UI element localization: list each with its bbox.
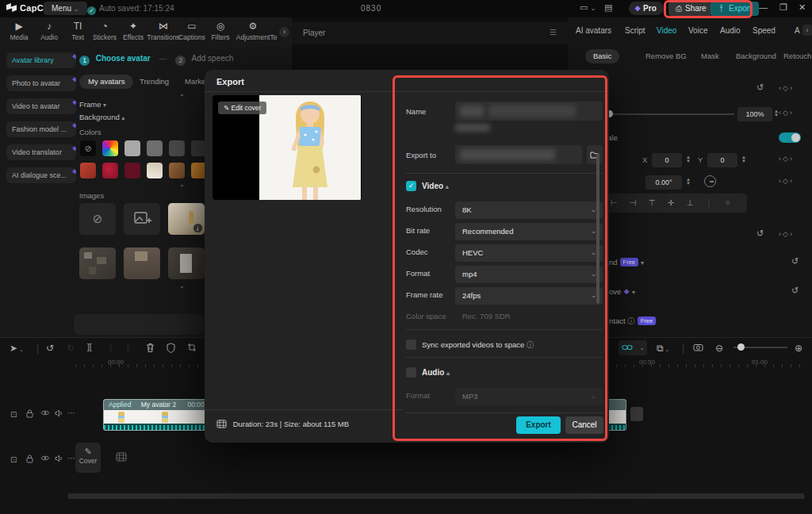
- step2-label[interactable]: Add speech: [192, 54, 234, 63]
- reset-icon[interactable]: ↺: [756, 228, 764, 239]
- image-none-tile[interactable]: ⊘: [79, 203, 116, 235]
- zoom-in-icon[interactable]: ⊕: [795, 343, 802, 354]
- name-input[interactable]: [455, 102, 603, 121]
- export-confirm-button[interactable]: Export: [516, 416, 561, 434]
- resolution-select[interactable]: 8K⌄: [455, 201, 603, 219]
- sidebar-item-video-to-avatar[interactable]: Video to avatar❖: [6, 98, 76, 114]
- chevron-down-icon[interactable]: ⌄: [179, 181, 185, 188]
- chevron-down-icon[interactable]: ⌄: [179, 90, 185, 98]
- x-value-field[interactable]: 0: [652, 153, 682, 167]
- sidebar-item-ai-dialogue[interactable]: AI dialogue sce...❖: [6, 167, 76, 183]
- pro-button[interactable]: ❖Pro: [629, 2, 664, 15]
- image-tile-poster-room[interactable]: [124, 247, 160, 279]
- delete-icon[interactable]: [146, 343, 155, 353]
- rotate-value-field[interactable]: 0.00°: [645, 175, 682, 190]
- bitrate-select[interactable]: Recommended⌄: [455, 223, 603, 240]
- tab-speed[interactable]: Speed: [753, 26, 776, 35]
- tab-video[interactable]: Video: [657, 26, 676, 35]
- timeline-zoom-handle[interactable]: [737, 343, 745, 351]
- tab-trending[interactable]: Trending: [131, 75, 178, 89]
- panel-layout-icon[interactable]: ▤: [604, 2, 612, 13]
- sidebar-item-video-translator[interactable]: Video translator❖: [6, 144, 76, 160]
- tab-captions[interactable]: ▭Captions: [176, 21, 208, 41]
- dialog-scrollbar[interactable]: [596, 153, 599, 304]
- undo-icon[interactable]: ↺: [46, 343, 54, 354]
- split-icon[interactable]: ][: [87, 343, 92, 351]
- tab-audio[interactable]: ♪Audio: [33, 21, 65, 41]
- lock-icon[interactable]: [26, 409, 33, 418]
- keyframe-control[interactable]: ‹◇›: [779, 230, 794, 238]
- player-menu-icon[interactable]: ☰: [550, 28, 557, 36]
- more-icon[interactable]: ⋯: [67, 454, 75, 462]
- reset-icon[interactable]: ↺: [791, 256, 799, 267]
- align-center-icon[interactable]: ✛: [661, 194, 680, 213]
- scale-toggle[interactable]: [779, 132, 801, 143]
- preview-split-icon[interactable]: ⧉ ⌄: [657, 343, 669, 354]
- scale-slider-track[interactable]: [599, 113, 734, 115]
- framerate-select[interactable]: 24fps⌄: [455, 287, 603, 305]
- rotate-dial[interactable]: [704, 175, 716, 187]
- close-button[interactable]: ✕: [799, 2, 806, 13]
- distribute-icon[interactable]: ≡: [718, 194, 737, 213]
- toolbar-scroll-right-button[interactable]: ›: [279, 27, 289, 37]
- tabs-scroll-right-button[interactable]: ›: [802, 25, 812, 36]
- browse-folder-button[interactable]: [587, 145, 603, 164]
- snapshot-icon[interactable]: [693, 343, 703, 351]
- sync-checkbox[interactable]: ✓: [406, 339, 416, 350]
- swatch-rainbow[interactable]: [102, 140, 118, 156]
- swatch-light-gray[interactable]: [124, 140, 140, 156]
- tab-audio-right[interactable]: Audio: [720, 26, 741, 35]
- tab-filters[interactable]: ◎Filters: [205, 21, 236, 41]
- frame-section-toggle[interactable]: Frame ▾: [79, 100, 106, 109]
- tab-voice[interactable]: Voice: [688, 26, 707, 35]
- horizontal-scrollbar[interactable]: [67, 493, 805, 499]
- align-top-icon[interactable]: ⊤: [642, 194, 661, 213]
- chevron-down-icon[interactable]: ⌄: [179, 282, 185, 290]
- tab-effects[interactable]: ✦Effects: [117, 21, 149, 41]
- tab-truncated[interactable]: A: [795, 26, 800, 35]
- export-button-top[interactable]: ⭱Export: [710, 2, 759, 16]
- link-toggle-button[interactable]: ⌄: [619, 340, 647, 355]
- crop-icon[interactable]: [187, 343, 197, 352]
- image-tile-collage[interactable]: [79, 247, 116, 279]
- subtab-remove-bg[interactable]: Remove BG: [638, 49, 695, 63]
- background-section-toggle[interactable]: Background ▴: [79, 113, 124, 121]
- image-add-tile[interactable]: [124, 203, 160, 235]
- keyframe-control[interactable]: ‹◇›: [779, 177, 794, 185]
- mute-speaker-icon[interactable]: [55, 455, 63, 462]
- cancel-button[interactable]: Cancel: [565, 416, 603, 434]
- tab-script[interactable]: Script: [625, 26, 645, 35]
- subtab-basic[interactable]: Basic: [585, 49, 619, 63]
- swatch-beige[interactable]: [147, 163, 163, 178]
- swatch-crimson[interactable]: [102, 163, 118, 178]
- video-section-title[interactable]: Video ▴: [422, 182, 449, 190]
- lock-icon[interactable]: [26, 455, 33, 463]
- stepper-icons[interactable]: ▲▼: [684, 178, 692, 185]
- visibility-eye-icon[interactable]: [40, 409, 50, 416]
- tab-media[interactable]: ▶Media: [3, 21, 35, 41]
- keyframe-control[interactable]: ‹◇›: [779, 109, 794, 117]
- stepper-icons[interactable]: ▲▼: [684, 155, 692, 163]
- swatch-brown[interactable]: [169, 163, 185, 178]
- swatch-gray[interactable]: [147, 140, 163, 156]
- trim-right-icon[interactable]: ]:: [127, 343, 132, 351]
- audio-checkbox[interactable]: ✓: [406, 367, 416, 378]
- sidebar-item-photo-to-avatar[interactable]: Photo to avatar❖: [6, 75, 76, 91]
- share-button[interactable]: ⎙Share: [668, 2, 714, 16]
- swatch-none[interactable]: ⊘: [80, 140, 96, 156]
- scale-value-field[interactable]: 100%: [737, 107, 772, 121]
- visibility-eye-icon[interactable]: [40, 455, 50, 462]
- more-icon[interactable]: ⋯: [67, 409, 75, 417]
- tab-stickers[interactable]: ◔Stickers: [89, 21, 121, 41]
- swatch-dark-gray[interactable]: [169, 140, 185, 156]
- menu-button[interactable]: Menu ⌄: [44, 2, 87, 15]
- layout-icon[interactable]: ▭ ⌄: [580, 2, 596, 13]
- mask-shield-icon[interactable]: [167, 343, 175, 353]
- clip-end-handle[interactable]: [630, 407, 643, 421]
- select-tool-icon[interactable]: ➤ ⌄: [10, 343, 24, 354]
- keyframe-control[interactable]: ‹◇›: [779, 84, 794, 92]
- export-to-input[interactable]: [455, 145, 582, 164]
- stepper-icons[interactable]: ▲▼: [740, 155, 748, 163]
- redo-icon[interactable]: ↻: [67, 343, 75, 354]
- sidebar-item-avatar-library[interactable]: Avatar library❖: [6, 52, 76, 68]
